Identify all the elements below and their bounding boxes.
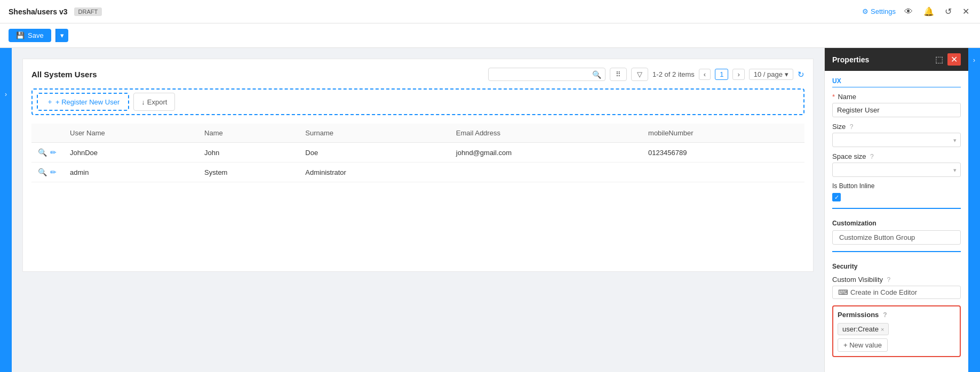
space-size-select[interactable] <box>832 163 961 177</box>
space-size-label-text: Space size <box>832 152 866 160</box>
code-editor-label: Create in Code Editor <box>850 288 917 296</box>
size-help-icon[interactable]: ? <box>850 123 854 131</box>
table-row: 🔍 ✏ JohnDoe John Doe johnd@gmail.com 012… <box>31 143 804 163</box>
sidebar-header: Properties ⬚ ✕ <box>825 48 968 71</box>
register-label: + Register New User <box>55 98 119 106</box>
save-icon: 💾 <box>16 31 25 39</box>
right-sidebar: Properties ⬚ ✕ UX * Name Size ? ▾ <box>824 48 968 372</box>
right-toggle-icon: › <box>973 56 975 64</box>
row-actions-cell: 🔍 ✏ <box>31 143 63 163</box>
required-marker: * <box>832 93 835 101</box>
col-name: Name <box>198 124 299 143</box>
name-cell: John <box>198 143 299 163</box>
name-cell: System <box>198 163 299 182</box>
create-in-code-editor-btn[interactable]: ⌨ Create in Code Editor <box>832 286 961 299</box>
register-new-user-button[interactable]: ＋ + Register New User <box>37 93 129 111</box>
view-row-icon[interactable]: 🔍 <box>38 148 47 157</box>
filter-button[interactable]: ▽ <box>631 68 648 81</box>
customization-label: Customization <box>832 220 961 227</box>
name-input[interactable] <box>832 103 961 117</box>
custom-visibility-help-icon[interactable]: ? <box>887 276 890 284</box>
pagination-info: 1-2 of 2 items <box>652 70 695 78</box>
sidebar-icon-btn-1[interactable]: ⬚ <box>935 54 943 64</box>
permissions-tags: user:Create × <box>838 323 955 338</box>
sidebar-content: UX * Name Size ? ▾ Space size ? <box>825 71 968 372</box>
permissions-label-text: Permissions <box>838 311 879 319</box>
is-button-inline-checkbox[interactable] <box>832 193 841 201</box>
add-value-label: + New value <box>843 341 882 349</box>
name-label-text: Name <box>838 93 856 101</box>
search-input[interactable] <box>488 68 605 81</box>
header-right: 🔍 ⠿ ▽ 1-2 of 2 items ‹ 1 › 10 / page ▾ <box>488 68 804 81</box>
username-cell: admin <box>63 163 198 182</box>
table-header: User Name Name Surname Email Address mob… <box>31 124 804 143</box>
email-cell <box>450 163 642 182</box>
permissions-help-icon[interactable]: ? <box>883 311 887 319</box>
settings-icon: ⚙ <box>862 7 869 15</box>
eye-icon-btn[interactable]: 👁 <box>902 5 915 19</box>
customize-button-group-btn[interactable]: Customize Button Group <box>832 230 961 245</box>
toolbar: 💾 Save ▾ <box>0 23 980 48</box>
custom-visibility-label: Custom Visibility ? <box>832 276 961 284</box>
size-select-wrap: ▾ <box>832 133 961 147</box>
sidebar-header-icons: ⬚ ✕ <box>935 53 961 66</box>
search-icon: 🔍 <box>592 70 601 79</box>
per-page-select[interactable]: 10 / page ▾ <box>749 69 793 80</box>
surname-cell: Doe <box>299 143 450 163</box>
top-bar: Shesha/users v3 DRAFT ⚙ Settings 👁 🔔 ↺ ✕ <box>0 0 980 23</box>
mobile-cell <box>642 163 804 182</box>
space-size-field-label: Space size ? <box>832 152 961 160</box>
view-row-icon[interactable]: 🔍 <box>38 168 47 176</box>
permission-tag-user-create: user:Create × <box>838 323 889 335</box>
tag-close-icon[interactable]: × <box>881 326 884 333</box>
per-page-label: 10 / page <box>754 70 783 78</box>
bell-icon-btn[interactable]: 🔔 <box>921 4 936 19</box>
settings-link[interactable]: ⚙ Settings <box>862 7 896 15</box>
current-page-button[interactable]: 1 <box>715 69 728 80</box>
security-section: Security Custom Visibility ? ⌨ Create in… <box>832 251 961 299</box>
customize-btn-label: Customize Button Group <box>839 233 915 241</box>
export-button[interactable]: ↓ Export <box>133 93 175 111</box>
surname-cell: Administrator <box>299 163 450 182</box>
row-actions-cell: 🔍 ✏ <box>31 163 63 182</box>
save-label: Save <box>28 31 44 39</box>
plus-icon: ＋ <box>46 97 53 107</box>
sidebar-close-btn[interactable]: ✕ <box>947 53 961 66</box>
sidebar-title: Properties <box>832 55 869 64</box>
filter-columns-button[interactable]: ⠿ <box>610 68 627 81</box>
code-icon: ⌨ <box>838 288 848 296</box>
permissions-section: Permissions ? user:Create × + New value <box>832 305 961 357</box>
per-page-arrow: ▾ <box>785 70 788 78</box>
custom-visibility-text: Custom Visibility <box>832 276 883 284</box>
col-email: Email Address <box>450 124 642 143</box>
next-page-button[interactable]: › <box>732 69 744 80</box>
space-size-select-wrap: ▾ <box>832 163 961 177</box>
undo-icon-btn[interactable]: ↺ <box>943 4 954 19</box>
action-buttons-group: ＋ + Register New User ↓ Export <box>31 88 804 115</box>
col-actions <box>31 124 63 143</box>
col-surname: Surname <box>299 124 450 143</box>
left-sidebar-toggle[interactable]: › <box>0 48 12 372</box>
prev-page-button[interactable]: ‹ <box>699 69 711 80</box>
edit-row-icon[interactable]: ✏ <box>50 168 57 176</box>
main-layout: › All System Users 🔍 ⠿ ▽ 1- <box>0 48 980 372</box>
size-select[interactable] <box>832 133 961 147</box>
content-area: All System Users 🔍 ⠿ ▽ 1-2 of 2 items ‹ … <box>12 48 824 372</box>
refresh-button[interactable]: ↻ <box>798 70 804 79</box>
left-toggle-icon: › <box>5 91 7 98</box>
save-dropdown-button[interactable]: ▾ <box>55 29 68 42</box>
users-title: All System Users <box>31 70 97 79</box>
add-value-button[interactable]: + New value <box>838 338 888 352</box>
top-bar-right: ⚙ Settings 👁 🔔 ↺ ✕ <box>862 4 971 19</box>
tag-label: user:Create <box>842 325 879 333</box>
space-size-help-icon[interactable]: ? <box>870 153 874 160</box>
settings-label: Settings <box>871 7 896 15</box>
app-title: Shesha/users v3 <box>9 7 68 16</box>
users-table: User Name Name Surname Email Address mob… <box>31 124 804 182</box>
right-sidebar-toggle[interactable]: › <box>968 48 980 372</box>
save-button[interactable]: 💾 Save <box>9 29 51 42</box>
table-header-row: User Name Name Surname Email Address mob… <box>31 124 804 143</box>
close-icon-btn[interactable]: ✕ <box>960 4 971 19</box>
edit-row-icon[interactable]: ✏ <box>50 148 57 157</box>
ux-section-label: UX <box>832 77 961 87</box>
